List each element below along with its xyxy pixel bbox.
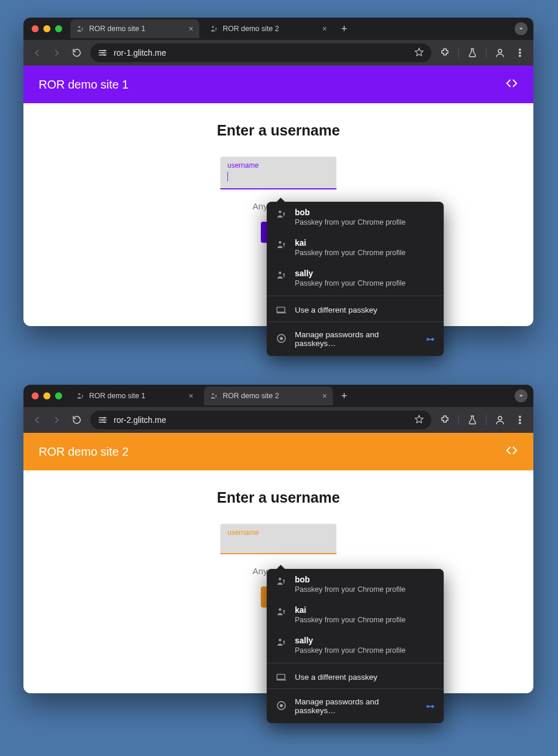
menu-icon[interactable]: [513, 413, 526, 426]
maximize-window-icon[interactable]: [55, 25, 62, 32]
svg-point-42: [283, 610, 285, 612]
bookmark-icon[interactable]: [414, 47, 424, 59]
new-tab-button[interactable]: +: [338, 390, 351, 402]
labs-icon[interactable]: [466, 46, 479, 59]
reload-button[interactable]: [70, 46, 83, 59]
minimize-window-icon[interactable]: [43, 392, 50, 399]
svg-point-17: [283, 243, 285, 245]
svg-point-29: [215, 395, 216, 396]
username-field[interactable]: username: [220, 524, 336, 554]
svg-rect-30: [216, 396, 216, 398]
extensions-icon[interactable]: [438, 46, 451, 59]
close-tab-icon[interactable]: ×: [189, 24, 193, 33]
use-different-passkey[interactable]: Use a different passkey: [267, 666, 444, 689]
passkey-icon: [276, 239, 287, 250]
passkey-icon: [276, 576, 287, 587]
reload-button[interactable]: [70, 413, 83, 426]
site-settings-icon[interactable]: [97, 415, 108, 425]
page-body: Enter a username username Any usernam bo…: [23, 103, 533, 326]
close-tab-icon[interactable]: ×: [189, 391, 193, 401]
extensions-icon[interactable]: [438, 413, 451, 426]
site-header: ROR demo site 1: [23, 66, 533, 103]
google-key-icon: ⊶: [426, 701, 434, 711]
address-bar[interactable]: ror-2.glitch.me: [90, 411, 431, 429]
divider: [486, 48, 486, 58]
passkey-item-sally[interactable]: sally Passkey from your Chrome profile: [267, 630, 444, 660]
tab-1[interactable]: ROR demo site 1 ×: [70, 19, 199, 38]
close-tab-icon[interactable]: ×: [322, 391, 327, 401]
code-icon[interactable]: [505, 444, 518, 460]
tab-2[interactable]: ROR demo site 2 ×: [204, 19, 333, 38]
tab-1[interactable]: ROR demo site 1 ×: [70, 387, 199, 405]
tab-2[interactable]: ROR demo site 2 ×: [204, 387, 333, 405]
svg-point-7: [102, 52, 104, 54]
passkey-sub: Passkey from your Chrome profile: [295, 585, 406, 594]
passkey-favicon-icon: [210, 25, 218, 33]
passkey-item-kai[interactable]: kai Passkey from your Chrome profile: [267, 599, 444, 630]
svg-point-11: [519, 52, 521, 54]
tab-overflow-button[interactable]: [515, 22, 528, 35]
passkey-item-bob[interactable]: bob Passkey from your Chrome profile: [267, 202, 444, 232]
close-window-icon[interactable]: [32, 392, 39, 399]
back-button[interactable]: [30, 413, 43, 426]
svg-point-9: [498, 49, 502, 53]
popup-caret: [276, 198, 285, 202]
svg-point-10: [519, 49, 521, 50]
svg-rect-22: [277, 307, 285, 311]
passkey-sub: Passkey from your Chrome profile: [295, 218, 406, 226]
forward-button[interactable]: [50, 413, 63, 426]
code-icon[interactable]: [505, 77, 518, 93]
page-body: Enter a username username Any usernam bo…: [23, 470, 533, 693]
svg-rect-43: [284, 612, 285, 614]
profile-icon[interactable]: [494, 413, 506, 426]
bookmark-icon[interactable]: [414, 414, 424, 426]
passkey-name: bob: [295, 575, 406, 584]
minimize-window-icon[interactable]: [43, 25, 50, 32]
use-different-passkey[interactable]: Use a different passkey: [267, 299, 444, 321]
address-bar[interactable]: ror-1.glitch.me: [90, 43, 431, 62]
manage-passwords[interactable]: Manage passwords and passkeys… ⊶: [267, 689, 444, 723]
use-different-label: Use a different passkey: [295, 673, 377, 682]
passkey-item-sally[interactable]: sally Passkey from your Chrome profile: [267, 263, 444, 293]
google-key-icon: ⊶: [426, 334, 434, 344]
maximize-window-icon[interactable]: [55, 392, 62, 399]
svg-point-36: [519, 419, 521, 421]
svg-point-16: [279, 241, 282, 244]
site-header: ROR demo site 2: [23, 433, 533, 470]
forward-button[interactable]: [50, 46, 63, 59]
svg-point-41: [279, 608, 282, 611]
svg-rect-2: [82, 29, 83, 31]
passkey-name: bob: [295, 208, 406, 217]
svg-point-8: [104, 54, 106, 56]
field-label: username: [227, 161, 329, 169]
tab-overflow-button[interactable]: [515, 389, 528, 402]
svg-point-35: [519, 416, 521, 418]
passkey-icon: [276, 270, 287, 280]
username-field[interactable]: username: [220, 157, 336, 189]
new-tab-button[interactable]: +: [338, 23, 351, 35]
tab-title: ROR demo site 2: [223, 392, 279, 400]
svg-point-44: [279, 639, 282, 642]
toolbar: ror-1.glitch.me: [23, 40, 533, 66]
passkey-popup: bob Passkey from your Chrome profile kai…: [267, 569, 444, 723]
svg-point-0: [79, 26, 81, 28]
menu-icon[interactable]: [513, 46, 526, 59]
close-tab-icon[interactable]: ×: [322, 24, 327, 33]
manage-passwords[interactable]: Manage passwords and passkeys… ⊶: [267, 321, 444, 356]
field-value: [227, 539, 329, 548]
labs-icon[interactable]: [466, 413, 479, 426]
svg-rect-15: [284, 214, 285, 216]
svg-rect-18: [284, 245, 285, 247]
page-content: ROR demo site 1 Enter a username usernam…: [23, 66, 533, 326]
page-heading: Enter a username: [217, 489, 340, 506]
back-button[interactable]: [30, 46, 43, 59]
passkey-item-kai[interactable]: kai Passkey from your Chrome profile: [267, 232, 444, 263]
profile-icon[interactable]: [494, 46, 506, 59]
svg-point-49: [280, 704, 283, 707]
passkey-name: sally: [295, 269, 406, 278]
passkey-item-bob[interactable]: bob Passkey from your Chrome profile: [267, 569, 444, 599]
site-settings-icon[interactable]: [97, 48, 108, 58]
close-window-icon[interactable]: [32, 25, 39, 32]
site-title: ROR demo site 1: [39, 78, 128, 91]
passkey-name: kai: [295, 605, 406, 615]
